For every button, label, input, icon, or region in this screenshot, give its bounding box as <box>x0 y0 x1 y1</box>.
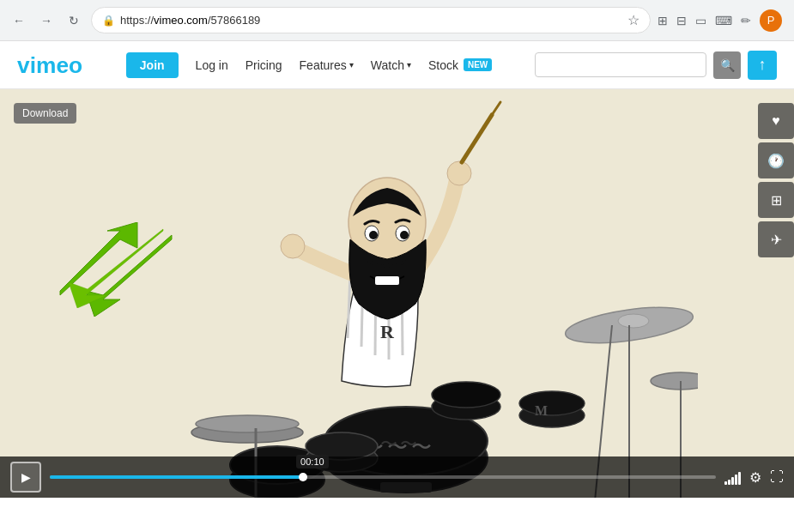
vol-bar-4 <box>735 475 737 485</box>
play-button[interactable]: ▶ <box>10 462 41 493</box>
svg-marker-43 <box>69 229 163 308</box>
upload-button[interactable]: ↑ <box>748 51 777 80</box>
fullscreen-button[interactable]: ⛶ <box>770 469 784 485</box>
vol-bar-3 <box>731 477 734 485</box>
keyboard-icon[interactable]: ⌨ <box>715 14 732 27</box>
bookmark-icon[interactable]: ☆ <box>627 12 639 28</box>
vol-bar-2 <box>728 480 730 485</box>
play-icon: ▶ <box>21 470 31 484</box>
volume-indicator <box>724 469 741 485</box>
svg-point-26 <box>447 161 471 185</box>
vol-bar-5 <box>738 472 741 485</box>
nav-search-area: 🔍 ↑ <box>535 51 777 80</box>
svg-point-10 <box>618 314 649 328</box>
cast-icon[interactable]: ▭ <box>695 14 706 27</box>
stylus-icon[interactable]: ✏ <box>741 14 751 27</box>
svg-point-16 <box>432 382 500 408</box>
video-sidebar-actions: ♥ 🕐 ⊞ ✈ <box>758 103 794 257</box>
settings-button[interactable]: ⚙ <box>749 469 761 486</box>
fullscreen-icon: ⛶ <box>770 469 784 484</box>
clock-icon: 🕐 <box>767 153 785 169</box>
svg-point-29 <box>281 234 305 258</box>
layers-icon: ⊞ <box>771 192 782 209</box>
upload-icon: ↑ <box>759 56 767 74</box>
svg-point-34 <box>369 231 378 239</box>
svg-point-11 <box>651 372 698 390</box>
forward-button[interactable]: → <box>36 10 57 31</box>
search-button[interactable]: 🔍 <box>713 51 741 79</box>
features-link[interactable]: Features ▾ <box>300 58 354 72</box>
video-controls: ▶ 00:10 ⚙ ⛶ <box>0 456 794 498</box>
progress-fill <box>50 475 303 479</box>
vimeo-navbar: vimeo Join Log in Pricing Features ▾ Wat… <box>0 41 794 89</box>
extensions-icon[interactable]: ⊞ <box>658 14 668 27</box>
progress-thumb[interactable] <box>299 473 307 481</box>
url-domain: vimeo.com <box>154 14 208 27</box>
svg-rect-31 <box>375 276 399 285</box>
back-button[interactable]: ← <box>9 10 29 31</box>
arrow-annotation <box>52 222 180 320</box>
current-time-badge: 00:10 <box>296 455 329 469</box>
watch-later-button[interactable]: 🕐 <box>758 142 794 178</box>
vol-bar-1 <box>724 481 727 485</box>
svg-point-35 <box>400 231 409 239</box>
reload-button[interactable]: ↻ <box>64 10 84 31</box>
video-player: 〜〜〜 M <box>0 89 794 498</box>
browser-chrome: ← → ↻ 🔒 https://vimeo.com/57866189 ☆ ⊞ ⊟… <box>0 0 794 41</box>
collections-button[interactable]: ⊞ <box>758 182 794 218</box>
new-badge: NEW <box>464 58 492 71</box>
heart-icon: ♥ <box>772 113 780 129</box>
download-button[interactable]: Download <box>14 103 76 124</box>
watch-dropdown-arrow: ▾ <box>407 60 411 70</box>
search-input[interactable] <box>535 52 706 77</box>
address-bar[interactable]: 🔒 https://vimeo.com/57866189 ☆ <box>91 7 651 33</box>
features-dropdown-arrow: ▾ <box>349 60 354 70</box>
lock-icon: 🔒 <box>102 15 115 27</box>
svg-text:vimeo: vimeo <box>17 53 82 77</box>
settings-icon: ⚙ <box>749 470 761 485</box>
browser-right-icons: ⊞ ⊟ ▭ ⌨ ✏ P <box>658 9 785 32</box>
pricing-link[interactable]: Pricing <box>245 58 282 72</box>
progress-bar[interactable]: 00:10 <box>50 475 716 479</box>
svg-text:〜〜: 〜〜 <box>380 434 420 453</box>
login-link[interactable]: Log in <box>196 58 228 72</box>
search-icon: 🔍 <box>720 58 735 72</box>
like-button[interactable]: ♥ <box>758 103 794 139</box>
svg-point-8 <box>196 415 299 432</box>
profile-avatar[interactable]: P <box>760 9 782 32</box>
extensions-icon-2[interactable]: ⊟ <box>676 14 687 27</box>
vimeo-logo[interactable]: vimeo <box>17 53 102 77</box>
svg-text:R: R <box>380 321 395 342</box>
join-button[interactable]: Join <box>126 52 179 78</box>
url-path: /57866189 <box>208 14 260 27</box>
stock-link[interactable]: Stock NEW <box>428 58 492 72</box>
share-button[interactable]: ✈ <box>758 221 794 257</box>
svg-point-18 <box>519 391 585 415</box>
svg-text:M: M <box>535 403 548 418</box>
url-text: https://vimeo.com/57866189 <box>120 14 260 27</box>
browser-toolbar: ← → ↻ 🔒 https://vimeo.com/57866189 ☆ ⊞ ⊟… <box>0 0 794 40</box>
send-icon: ✈ <box>771 232 782 248</box>
watch-link[interactable]: Watch ▾ <box>371 58 411 72</box>
